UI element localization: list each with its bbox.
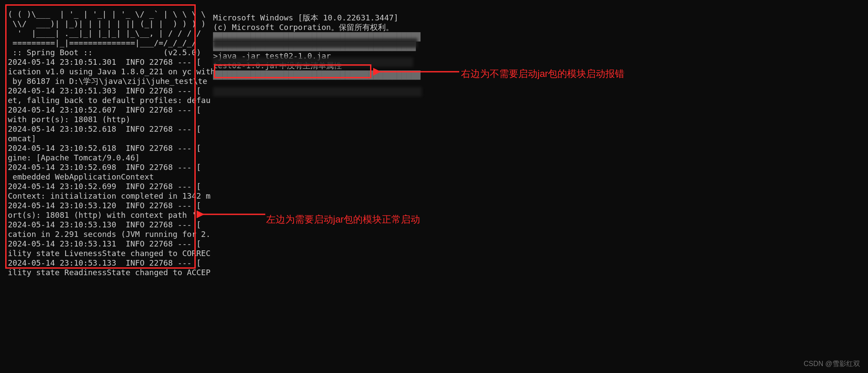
log-line: ility state ReadinessState changed to AC… — [8, 268, 210, 277]
annotation-right: 右边为不需要启动jar包的模块启动报错 — [461, 67, 624, 80]
annotation-left: 左边为需要启动jar包的模块正常启动 — [266, 213, 420, 226]
log-line: 2024-05-14 23:10:52.607 INFO 22768 --- [ — [8, 105, 201, 114]
log-line: 2024-05-14 23:10:51.303 INFO 22768 --- [ — [8, 86, 201, 95]
log-line: ort(s): 18081 (http) with context path '… — [8, 210, 201, 220]
redacted-path — [213, 87, 422, 97]
log-line: 2024-05-14 23:10:52.698 INFO 22768 --- [ — [8, 163, 201, 172]
log-line: ication v1.0 using Java 1.8.0_221 on yc … — [8, 67, 215, 76]
watermark: CSDN @雪影红双 — [804, 360, 860, 369]
log-line: gine: [Apache Tomcat/9.0.46] — [8, 153, 140, 162]
log-line: ility state LivenessState changed to COR… — [8, 249, 210, 258]
log-line: Context: initialization completed in 134… — [8, 191, 210, 200]
log-line: 2024-05-14 23:10:52.618 INFO 22768 --- [ — [8, 143, 201, 153]
log-line: 2024-05-14 23:10:51.301 INFO 22768 --- [ — [8, 57, 201, 67]
log-line: cation in 2.291 seconds (JVM running for… — [8, 230, 210, 239]
copyright-line: (c) Microsoft Corporation。保留所有权利。 — [213, 23, 394, 32]
log-line: embedded WebApplicationContext — [8, 172, 154, 181]
log-line: 2024-05-14 23:10:53.131 INFO 22768 --- [ — [8, 239, 201, 248]
log-line: 2024-05-14 23:10:53.120 INFO 22768 --- [ — [8, 201, 201, 210]
spring-version-line: :: Spring Boot :: (v2.5.0) — [8, 48, 201, 57]
log-line: 2024-05-14 23:10:52.618 INFO 22768 --- [ — [8, 124, 201, 133]
log-line: 2024-05-14 23:10:53.133 INFO 22768 --- [ — [8, 258, 201, 267]
log-line: 2024-05-14 23:10:53.130 INFO 22768 --- [ — [8, 220, 201, 229]
spring-banner: ( ( )\___ | '_ | '_| | '_ \/ _` | \ \ \ … — [8, 10, 206, 47]
log-line: omcat] — [8, 134, 36, 143]
log-line: with port(s): 18081 (http) — [8, 115, 130, 124]
redacted-path — [213, 38, 417, 48]
log-line: 2024-05-14 23:10:52.699 INFO 22768 --- [ — [8, 182, 201, 191]
left-terminal[interactable]: ( ( )\___ | '_ | '_| | '_ \/ _` | \ \ \ … — [8, 10, 215, 277]
redacted-path — [213, 57, 413, 67]
windows-version-line: Microsoft Windows [版本 10.0.22631.3447] — [213, 13, 398, 22]
log-line: et, falling back to default profiles: de… — [8, 96, 210, 105]
log-line: by 86187 in D:\学习\java\ziji\juhe_test\te — [8, 77, 207, 86]
